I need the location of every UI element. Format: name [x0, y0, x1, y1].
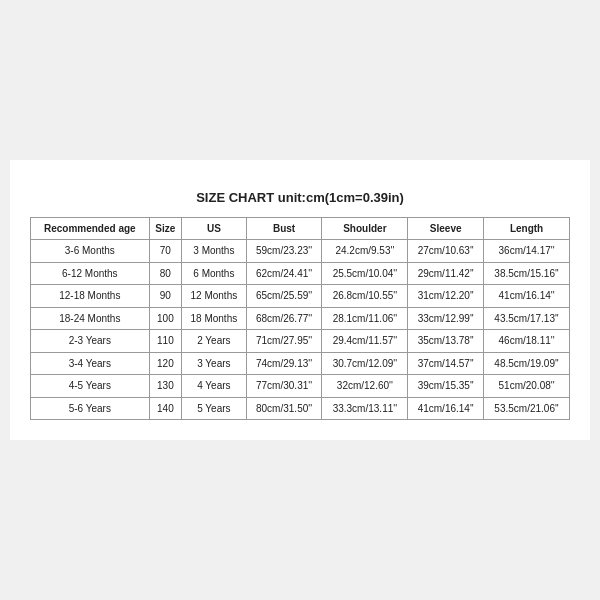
table-cell: 71cm/27.95''	[246, 330, 322, 353]
table-cell: 48.5cm/19.09''	[484, 352, 570, 375]
column-header: US	[182, 217, 247, 240]
table-cell: 29.4cm/11.57''	[322, 330, 408, 353]
table-row: 5-6 Years1405 Years80cm/31.50''33.3cm/13…	[31, 397, 570, 420]
table-row: 2-3 Years1102 Years71cm/27.95''29.4cm/11…	[31, 330, 570, 353]
table-cell: 3 Months	[182, 240, 247, 263]
table-cell: 28.1cm/11.06''	[322, 307, 408, 330]
table-cell: 4-5 Years	[31, 375, 150, 398]
table-cell: 41cm/16.14''	[408, 397, 484, 420]
table-cell: 24.2cm/9.53''	[322, 240, 408, 263]
table-cell: 2-3 Years	[31, 330, 150, 353]
table-cell: 43.5cm/17.13''	[484, 307, 570, 330]
column-header: Sleeve	[408, 217, 484, 240]
size-table: Recommended ageSizeUSBustShoulderSleeveL…	[30, 217, 570, 421]
table-cell: 59cm/23.23''	[246, 240, 322, 263]
table-cell: 100	[149, 307, 181, 330]
table-cell: 36cm/14.17''	[484, 240, 570, 263]
table-cell: 65cm/25.59''	[246, 285, 322, 308]
table-cell: 5 Years	[182, 397, 247, 420]
table-cell: 77cm/30.31''	[246, 375, 322, 398]
table-cell: 6 Months	[182, 262, 247, 285]
table-cell: 120	[149, 352, 181, 375]
table-cell: 39cm/15.35''	[408, 375, 484, 398]
table-cell: 25.5cm/10.04''	[322, 262, 408, 285]
chart-title: SIZE CHART unit:cm(1cm=0.39in)	[30, 190, 570, 205]
column-header: Bust	[246, 217, 322, 240]
table-cell: 90	[149, 285, 181, 308]
table-cell: 31cm/12.20''	[408, 285, 484, 308]
table-cell: 3-4 Years	[31, 352, 150, 375]
table-cell: 12-18 Months	[31, 285, 150, 308]
table-cell: 33cm/12.99''	[408, 307, 484, 330]
table-cell: 26.8cm/10.55''	[322, 285, 408, 308]
table-cell: 3-6 Months	[31, 240, 150, 263]
table-cell: 70	[149, 240, 181, 263]
column-header: Recommended age	[31, 217, 150, 240]
table-cell: 33.3cm/13.11''	[322, 397, 408, 420]
table-cell: 30.7cm/12.09''	[322, 352, 408, 375]
table-cell: 12 Months	[182, 285, 247, 308]
table-cell: 46cm/18.11''	[484, 330, 570, 353]
table-cell: 74cm/29.13''	[246, 352, 322, 375]
table-header-row: Recommended ageSizeUSBustShoulderSleeveL…	[31, 217, 570, 240]
table-cell: 5-6 Years	[31, 397, 150, 420]
size-chart-container: SIZE CHART unit:cm(1cm=0.39in) Recommend…	[10, 160, 590, 441]
table-row: 3-6 Months703 Months59cm/23.23''24.2cm/9…	[31, 240, 570, 263]
table-cell: 3 Years	[182, 352, 247, 375]
table-cell: 27cm/10.63''	[408, 240, 484, 263]
table-cell: 41cm/16.14''	[484, 285, 570, 308]
table-cell: 130	[149, 375, 181, 398]
table-cell: 110	[149, 330, 181, 353]
table-cell: 18 Months	[182, 307, 247, 330]
table-cell: 68cm/26.77''	[246, 307, 322, 330]
table-row: 6-12 Months806 Months62cm/24.41''25.5cm/…	[31, 262, 570, 285]
table-cell: 6-12 Months	[31, 262, 150, 285]
table-cell: 80cm/31.50''	[246, 397, 322, 420]
table-cell: 4 Years	[182, 375, 247, 398]
table-body: 3-6 Months703 Months59cm/23.23''24.2cm/9…	[31, 240, 570, 420]
table-cell: 80	[149, 262, 181, 285]
table-cell: 29cm/11.42''	[408, 262, 484, 285]
table-row: 3-4 Years1203 Years74cm/29.13''30.7cm/12…	[31, 352, 570, 375]
table-cell: 140	[149, 397, 181, 420]
table-row: 4-5 Years1304 Years77cm/30.31''32cm/12.6…	[31, 375, 570, 398]
table-row: 12-18 Months9012 Months65cm/25.59''26.8c…	[31, 285, 570, 308]
column-header: Length	[484, 217, 570, 240]
table-cell: 38.5cm/15.16''	[484, 262, 570, 285]
table-cell: 32cm/12.60''	[322, 375, 408, 398]
table-cell: 51cm/20.08''	[484, 375, 570, 398]
column-header: Shoulder	[322, 217, 408, 240]
table-cell: 2 Years	[182, 330, 247, 353]
table-row: 18-24 Months10018 Months68cm/26.77''28.1…	[31, 307, 570, 330]
table-cell: 35cm/13.78''	[408, 330, 484, 353]
table-cell: 53.5cm/21.06''	[484, 397, 570, 420]
table-cell: 62cm/24.41''	[246, 262, 322, 285]
table-cell: 18-24 Months	[31, 307, 150, 330]
column-header: Size	[149, 217, 181, 240]
table-cell: 37cm/14.57''	[408, 352, 484, 375]
